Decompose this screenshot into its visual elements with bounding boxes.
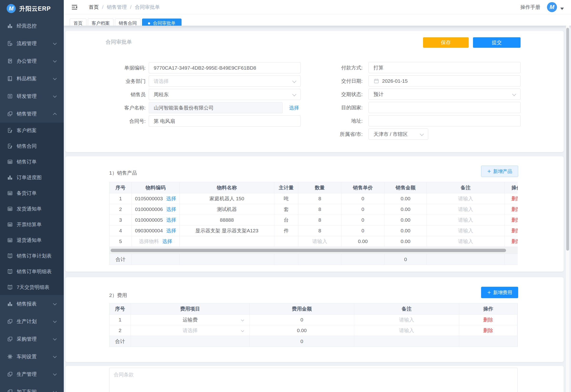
pick-material-link[interactable]: 选择 (166, 217, 176, 223)
sidebar-item-label: 办公管理 (17, 58, 37, 64)
quantity-cell[interactable]: 8 (298, 215, 341, 225)
contract-terms-textarea[interactable] (109, 368, 518, 392)
delete-row-link[interactable]: 删除 (511, 206, 518, 213)
unit-price-cell[interactable]: 0.00 (341, 236, 384, 247)
remark-cell[interactable]: 请输入 (427, 236, 505, 247)
quantity-cell[interactable]: 8 (298, 193, 341, 204)
delete-row-link[interactable]: 删除 (483, 316, 493, 323)
unit-price-cell[interactable]: 0 (341, 225, 384, 236)
remark-cell[interactable]: 请输入 (427, 225, 505, 236)
address-input[interactable] (369, 115, 521, 126)
view-tab[interactable]: 客户档案 (88, 18, 113, 26)
caret-down-icon[interactable] (560, 8, 564, 10)
view-tab[interactable]: 首页 (70, 18, 86, 26)
add-fee-button[interactable]: 新增费用 (481, 287, 518, 298)
sidebar-item[interactable]: 销售订单计划表 (0, 248, 64, 264)
remark-cell[interactable]: 请输入 (427, 215, 505, 225)
sidebar-item[interactable]: 料品档案 (0, 70, 64, 87)
add-product-button[interactable]: 新增产品 (481, 166, 518, 177)
delete-row-link[interactable]: 删除 (483, 327, 493, 334)
sidebar-item[interactable]: 备货订单 (0, 185, 64, 201)
breadcrumb-home[interactable]: 首页 (89, 4, 99, 11)
fee-amount-cell[interactable]: 0 (250, 315, 354, 325)
sidebar-item[interactable]: 采购管理 (0, 330, 64, 348)
unit-price-cell[interactable]: 0 (341, 215, 384, 225)
remark-cell[interactable]: 请输入 (427, 204, 505, 215)
destination-country-input[interactable] (369, 102, 521, 113)
field-destination-country: 目的国家: (280, 102, 521, 113)
chevron-icon (53, 76, 57, 80)
column-header: 数量 (298, 182, 341, 193)
remark-cell[interactable]: 请输入 (427, 193, 505, 204)
vertical-scrollbar-thumb[interactable] (566, 28, 569, 251)
sidebar-item[interactable]: 销售合同 (0, 138, 64, 154)
form-left-column: 单据编码: 9770CA17-3497-4DB2-995E-B49E9CF61B… (65, 62, 301, 129)
pick-material-link[interactable]: 选择 (162, 238, 172, 245)
save-button[interactable]: 保存 (423, 37, 469, 48)
breadcrumb-module[interactable]: 销售管理 (107, 4, 127, 11)
fee-item-select[interactable]: 运输费 (131, 315, 250, 325)
remark-cell[interactable]: 请输入 (354, 325, 459, 336)
sidebar-item[interactable]: 流程管理 (0, 35, 64, 52)
sidebar-item[interactable]: 销售报表 (0, 295, 64, 313)
sidebar-item-label: 销售订单明细表 (17, 268, 52, 275)
quantity-cell[interactable]: 请输入 (298, 236, 341, 247)
pick-material-link[interactable]: 选择 (166, 195, 176, 202)
quantity-cell[interactable]: 8 (298, 225, 341, 236)
avatar[interactable]: M (547, 2, 557, 12)
material-code: 0100000005 (135, 217, 163, 223)
column-header: 序号 (109, 182, 132, 193)
submit-button[interactable]: 提交 (473, 37, 521, 48)
sidebar-item[interactable]: 加工车间 (0, 383, 64, 392)
business-dept-select[interactable]: 请选择 (149, 76, 301, 87)
sidebar-item[interactable]: 销售管理 (0, 105, 64, 123)
manual-link[interactable]: 操作手册 (520, 4, 540, 11)
sidebar-item[interactable]: 销售订单明细表 (0, 264, 64, 280)
sidebar-item-label: 车间设置 (17, 353, 37, 360)
province-city-select[interactable]: 天津市 / 市辖区 (369, 128, 428, 140)
remark-cell[interactable]: 请输入 (354, 315, 459, 325)
delete-row-link[interactable]: 删除 (511, 227, 518, 234)
sidebar-collapse-icon[interactable] (71, 4, 78, 11)
unit-price-cell[interactable]: 0 (341, 193, 384, 204)
sidebar-item-icon (7, 159, 13, 165)
sidebar-item[interactable]: 车间设置 (0, 348, 64, 365)
fee-amount-cell[interactable]: 0.00 (250, 325, 354, 336)
view-tab[interactable]: 销售合同 (115, 18, 141, 26)
sidebar-item[interactable]: 客户档案 (0, 123, 64, 138)
operation-cell: 删除 (459, 325, 517, 336)
operation-cell: 删除 (505, 236, 518, 247)
contract-no-input[interactable]: 第 电风扇 (149, 115, 301, 127)
delete-row-link[interactable]: 删除 (511, 217, 518, 223)
delete-row-link[interactable]: 删除 (511, 238, 518, 245)
sidebar-item[interactable]: 生产计划 (0, 313, 64, 330)
horizontal-scrollbar-thumb[interactable] (111, 249, 506, 252)
delivery-status-select[interactable]: 预计 (369, 89, 521, 100)
sidebar-item[interactable]: 销售订单 (0, 154, 64, 170)
sidebar-item[interactable]: 研发管理 (0, 87, 64, 105)
field-value: 第 电风扇 (154, 118, 175, 125)
fees-panel: 2）费用 新增费用 序号 费用项目 费用金额 备注 操作 1 (65, 277, 564, 362)
sidebar-item[interactable]: 经营总控 (0, 17, 64, 35)
unit-price-cell[interactable]: 0 (341, 204, 384, 215)
delete-row-link[interactable]: 删除 (511, 195, 518, 202)
payment-method-input[interactable]: 打算 (369, 62, 521, 73)
sidebar-item[interactable]: 生产管理 (0, 365, 64, 383)
view-tab[interactable]: 合同审批单 (142, 18, 181, 26)
sidebar-item[interactable]: 7天交货明细表 (0, 280, 64, 295)
field-payment-method: 付款方式: 打算 (280, 62, 521, 73)
delivery-date-input[interactable]: 2026-01-15 (369, 75, 521, 86)
doc-code-input[interactable]: 9770CA17-3497-4DB2-995E-B49E9CF61BD8 (149, 62, 301, 73)
quantity-cell[interactable]: 8 (298, 204, 341, 215)
sidebar-item[interactable]: 发货通知单 (0, 201, 64, 217)
sidebar-item[interactable]: 订单进度图 (0, 170, 64, 185)
sidebar-item[interactable]: 退货通知单 (0, 232, 64, 248)
amount-total: 0 (384, 254, 427, 265)
sidebar-item-label: 流程管理 (17, 40, 37, 47)
sidebar-item[interactable]: 开票结算单 (0, 217, 64, 232)
pick-material-link[interactable]: 选择 (166, 206, 176, 213)
pick-material-link[interactable]: 选择 (166, 227, 176, 234)
sidebar-item[interactable]: 办公管理 (0, 52, 64, 70)
salesperson-select[interactable]: 周桂东 (149, 89, 301, 100)
fee-item-select[interactable]: 请选择 (131, 325, 250, 336)
